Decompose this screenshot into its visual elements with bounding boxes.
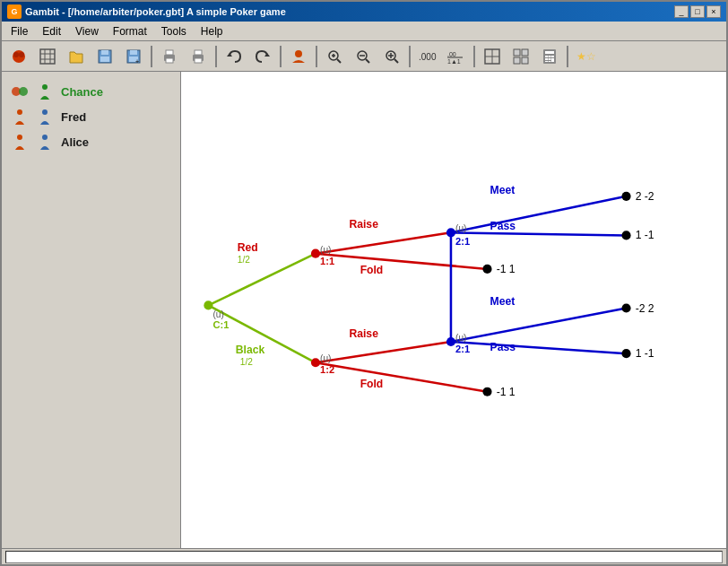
svg-rect-52 — [549, 58, 551, 60]
terminal-node-2 — [621, 231, 630, 239]
open-button[interactable] — [63, 44, 90, 69]
svg-point-2 — [19, 52, 24, 57]
svg-rect-47 — [545, 51, 554, 54]
status-bar — [2, 548, 726, 564]
separator-4 — [316, 46, 317, 67]
separator-6 — [473, 46, 475, 67]
terminal-node-3 — [482, 265, 491, 274]
svg-rect-9 — [101, 50, 108, 55]
player-fred[interactable]: Fred — [5, 104, 177, 129]
zoom-fit-button[interactable] — [378, 44, 405, 69]
svg-rect-3 — [40, 49, 55, 64]
edge-red-fold — [316, 254, 488, 269]
svg-point-23 — [295, 50, 302, 57]
svg-text:.000: .000 — [419, 52, 437, 62]
sidebar: Chance Fred Alice — [2, 72, 181, 548]
close-button[interactable]: × — [706, 5, 721, 18]
terminal-node-1 — [621, 192, 630, 201]
blue-lower-node[interactable] — [446, 337, 455, 346]
edge-black-fold — [316, 362, 488, 391]
player-alice[interactable]: Alice — [5, 129, 177, 154]
svg-point-1 — [13, 52, 19, 57]
blue-lower-sublabel: (u) — [455, 333, 466, 343]
redo-button[interactable] — [249, 44, 276, 69]
black-node[interactable] — [311, 358, 320, 367]
calculator-button[interactable] — [536, 44, 563, 69]
edge-lower-pass — [451, 342, 627, 353]
root-node[interactable] — [204, 300, 212, 309]
minimize-button[interactable]: _ — [674, 5, 689, 18]
edge-label-red: Red — [238, 241, 258, 254]
zoom-out-button[interactable] — [350, 44, 377, 69]
svg-point-59 — [42, 84, 48, 90]
blue-lower-label: 2:1 — [455, 344, 470, 354]
svg-rect-44 — [514, 57, 520, 64]
toolbar: + .000 — [2, 41, 726, 72]
window-title: Gambit - [/home/arbiter/poker.gbt] A sim… — [25, 6, 286, 17]
svg-marker-22 — [264, 53, 270, 57]
edge-label-meet-lower: Meet — [490, 295, 516, 308]
save-button[interactable] — [91, 44, 118, 69]
separator-3 — [280, 46, 282, 67]
table-button[interactable] — [34, 44, 61, 69]
chance-figure-icon — [36, 83, 54, 100]
blue-upper-sublabel: (u) — [455, 223, 466, 233]
svg-rect-19 — [195, 50, 202, 55]
undo-button[interactable] — [221, 44, 247, 69]
edge-label-raise-upper: Raise — [349, 218, 378, 231]
payoff-1: 2 -2 — [636, 190, 654, 203]
title-bar: G Gambit - [/home/arbiter/poker.gbt] A s… — [2, 2, 726, 22]
terminal-node-4 — [621, 303, 630, 312]
fraction-view-button[interactable]: .001▲1 — [443, 44, 470, 69]
menu-view[interactable]: View — [68, 23, 106, 39]
alice-icon — [11, 133, 29, 151]
svg-rect-45 — [522, 57, 528, 64]
matrix-view-button[interactable] — [479, 44, 506, 69]
stars-button[interactable]: ★☆ — [572, 44, 599, 69]
terminal-node-6 — [482, 387, 491, 396]
black-node-label: 1:2 — [320, 364, 334, 375]
grid-button[interactable] — [507, 44, 534, 69]
print-button[interactable] — [156, 44, 183, 69]
number-view-button[interactable]: .000 — [414, 44, 441, 69]
red-node[interactable] — [311, 249, 320, 258]
maximize-button[interactable]: □ — [690, 5, 705, 18]
game-tree-canvas[interactable]: 2 -2 1 -1 -1 1 -2 2 1 -1 -1 1 (u) C:1 (u… — [181, 72, 726, 548]
edge-label-pass-upper: Pass — [490, 220, 516, 232]
red-node-sublabel: (u) — [320, 245, 331, 255]
player-chance[interactable]: Chance — [5, 79, 177, 104]
menu-tools[interactable]: Tools — [154, 23, 194, 39]
zoom-in-button[interactable] — [321, 44, 348, 69]
blue-upper-node[interactable] — [446, 228, 455, 237]
svg-rect-51 — [545, 58, 548, 60]
print-preview-button[interactable] — [185, 44, 212, 69]
fred-label: Fred — [61, 110, 86, 124]
edge-upper-meet — [451, 196, 627, 233]
red-node-label: 1:1 — [320, 256, 334, 266]
edge-label-fold-lower: Fold — [360, 378, 384, 390]
main-window: G Gambit - [/home/arbiter/poker.gbt] A s… — [0, 0, 728, 566]
menu-format[interactable]: Format — [106, 23, 154, 39]
svg-rect-42 — [514, 49, 520, 56]
black-node-sublabel: (u) — [320, 353, 331, 363]
edge-red-raise — [316, 232, 451, 253]
player-button[interactable] — [285, 44, 312, 69]
alice-figure-icon — [36, 133, 54, 151]
menu-edit[interactable]: Edit — [35, 23, 68, 39]
edge-label-pass-lower: Pass — [490, 341, 516, 353]
separator-7 — [567, 46, 568, 67]
menu-help[interactable]: Help — [194, 23, 230, 39]
svg-marker-21 — [227, 53, 232, 57]
svg-rect-54 — [545, 61, 548, 62]
menu-file[interactable]: File — [4, 23, 35, 39]
edge-sublabel-red: 1/2 — [238, 255, 250, 265]
root-label: C:1 — [212, 319, 229, 330]
app-icon: G — [7, 4, 22, 19]
svg-point-63 — [42, 135, 48, 140]
svg-point-60 — [17, 109, 22, 115]
terminal-node-5 — [621, 349, 630, 358]
menu-bar: File Edit View Format Tools Help — [2, 22, 726, 41]
save-as-button[interactable]: + — [120, 44, 147, 69]
chance-icon — [11, 83, 29, 100]
new-game-button[interactable] — [5, 44, 32, 69]
